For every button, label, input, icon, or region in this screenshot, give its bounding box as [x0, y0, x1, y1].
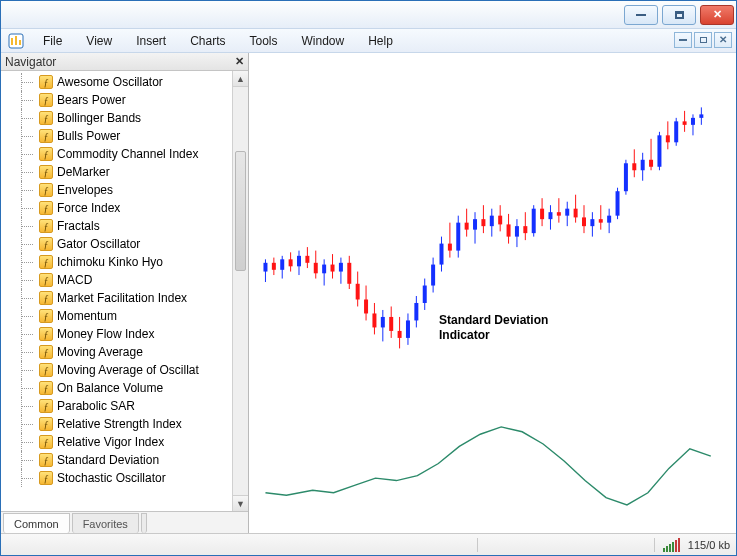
- indicator-item[interactable]: ƒRelative Strength Index: [1, 415, 232, 433]
- scroll-up-icon[interactable]: ▲: [233, 71, 248, 87]
- svg-rect-39: [406, 320, 410, 337]
- indicator-label: Envelopes: [57, 183, 113, 197]
- annotation-line1: Standard Deviation: [439, 313, 548, 328]
- indicator-item[interactable]: ƒEnvelopes: [1, 181, 232, 199]
- connection-bars-icon: [663, 538, 680, 552]
- svg-rect-71: [540, 209, 544, 219]
- indicator-item[interactable]: ƒMoving Average: [1, 343, 232, 361]
- indicator-item[interactable]: ƒMoving Average of Oscillat: [1, 361, 232, 379]
- svg-rect-37: [398, 331, 402, 338]
- indicator-label: Standard Deviation: [57, 453, 159, 467]
- app-icon: [7, 32, 25, 50]
- mdi-close-button[interactable]: ✕: [714, 32, 732, 48]
- tab-stub: [141, 513, 147, 533]
- navigator-scrollbar[interactable]: ▲ ▼: [232, 71, 248, 511]
- svg-rect-13: [297, 256, 301, 266]
- client-area: Navigator ✕ ƒAwesome OscillatorƒBears Po…: [1, 53, 736, 533]
- svg-rect-57: [481, 219, 485, 226]
- indicator-item[interactable]: ƒStandard Deviation: [1, 451, 232, 469]
- menu-insert[interactable]: Insert: [124, 29, 178, 53]
- indicator-item[interactable]: ƒMomentum: [1, 307, 232, 325]
- menu-window[interactable]: Window: [290, 29, 357, 53]
- indicator-item[interactable]: ƒParabolic SAR: [1, 397, 232, 415]
- svg-rect-3: [19, 40, 21, 45]
- menubar: File View Insert Charts Tools Window Hel…: [1, 29, 736, 53]
- indicator-label: DeMarker: [57, 165, 110, 179]
- svg-rect-43: [423, 286, 427, 303]
- indicator-item[interactable]: ƒCommodity Channel Index: [1, 145, 232, 163]
- indicator-item[interactable]: ƒBulls Power: [1, 127, 232, 145]
- indicator-label: Force Index: [57, 201, 120, 215]
- indicator-item[interactable]: ƒGator Oscillator: [1, 235, 232, 253]
- mdi-minimize-button[interactable]: [674, 32, 692, 48]
- indicator-item[interactable]: ƒDeMarker: [1, 163, 232, 181]
- indicator-item[interactable]: ƒBears Power: [1, 91, 232, 109]
- indicator-script-icon: ƒ: [39, 147, 53, 161]
- indicator-item[interactable]: ƒOn Balance Volume: [1, 379, 232, 397]
- svg-rect-21: [331, 265, 335, 272]
- indicator-item[interactable]: ƒStochastic Oscillator: [1, 469, 232, 487]
- indicator-item[interactable]: ƒMACD: [1, 271, 232, 289]
- indicator-item[interactable]: ƒIchimoku Kinko Hyo: [1, 253, 232, 271]
- svg-rect-11: [289, 259, 293, 266]
- indicator-item[interactable]: ƒMoney Flow Index: [1, 325, 232, 343]
- menu-tools[interactable]: Tools: [238, 29, 290, 53]
- app-window: ✕ File View Insert Charts Tools Window H…: [0, 0, 737, 556]
- svg-rect-59: [490, 216, 494, 226]
- svg-rect-69: [532, 209, 536, 233]
- tab-common[interactable]: Common: [3, 513, 70, 533]
- indicator-script-icon: ƒ: [39, 93, 53, 107]
- svg-rect-33: [381, 317, 385, 327]
- scroll-thumb[interactable]: [235, 151, 246, 271]
- indicator-script-icon: ƒ: [39, 129, 53, 143]
- indicator-script-icon: ƒ: [39, 453, 53, 467]
- svg-rect-73: [548, 212, 552, 219]
- indicator-label: Bollinger Bands: [57, 111, 141, 125]
- svg-rect-25: [347, 263, 351, 284]
- svg-rect-101: [666, 135, 670, 142]
- chart-area[interactable]: Standard Deviation Indicator: [249, 53, 736, 533]
- indicator-script-icon: ƒ: [39, 255, 53, 269]
- window-maximize-button[interactable]: [662, 5, 696, 25]
- indicator-item[interactable]: ƒForce Index: [1, 199, 232, 217]
- svg-rect-1: [11, 38, 13, 45]
- indicator-script-icon: ƒ: [39, 237, 53, 251]
- indicator-script-icon: ƒ: [39, 381, 53, 395]
- scroll-down-icon[interactable]: ▼: [233, 495, 248, 511]
- indicator-label: On Balance Volume: [57, 381, 163, 395]
- indicator-script-icon: ƒ: [39, 183, 53, 197]
- indicator-item[interactable]: ƒRelative Vigor Index: [1, 433, 232, 451]
- window-close-button[interactable]: ✕: [700, 5, 734, 25]
- svg-rect-87: [607, 216, 611, 223]
- svg-rect-109: [699, 114, 703, 117]
- menu-view[interactable]: View: [74, 29, 124, 53]
- indicator-label: Relative Vigor Index: [57, 435, 164, 449]
- window-minimize-button[interactable]: [624, 5, 658, 25]
- svg-rect-99: [657, 135, 661, 166]
- svg-rect-91: [624, 163, 628, 191]
- chart-annotation: Standard Deviation Indicator: [439, 313, 548, 343]
- indicator-item[interactable]: ƒAwesome Oscillator: [1, 73, 232, 91]
- svg-rect-77: [565, 209, 569, 216]
- menu-charts[interactable]: Charts: [178, 29, 237, 53]
- indicator-label: Bulls Power: [57, 129, 120, 143]
- menu-help[interactable]: Help: [356, 29, 405, 53]
- chart-canvas: [249, 53, 736, 532]
- svg-rect-107: [691, 118, 695, 125]
- svg-rect-81: [582, 217, 586, 226]
- navigator-close-button[interactable]: ✕: [232, 55, 246, 69]
- indicator-item[interactable]: ƒFractals: [1, 217, 232, 235]
- indicator-script-icon: ƒ: [39, 471, 53, 485]
- navigator-header: Navigator ✕: [1, 53, 248, 71]
- indicator-script-icon: ƒ: [39, 201, 53, 215]
- svg-rect-41: [414, 303, 418, 320]
- indicator-script-icon: ƒ: [39, 309, 53, 323]
- tab-favorites[interactable]: Favorites: [72, 513, 139, 533]
- menu-file[interactable]: File: [31, 29, 74, 53]
- svg-rect-27: [356, 284, 360, 300]
- indicator-item[interactable]: ƒMarket Facilitation Index: [1, 289, 232, 307]
- indicator-item[interactable]: ƒBollinger Bands: [1, 109, 232, 127]
- svg-rect-29: [364, 299, 368, 313]
- mdi-restore-button[interactable]: [694, 32, 712, 48]
- indicator-script-icon: ƒ: [39, 273, 53, 287]
